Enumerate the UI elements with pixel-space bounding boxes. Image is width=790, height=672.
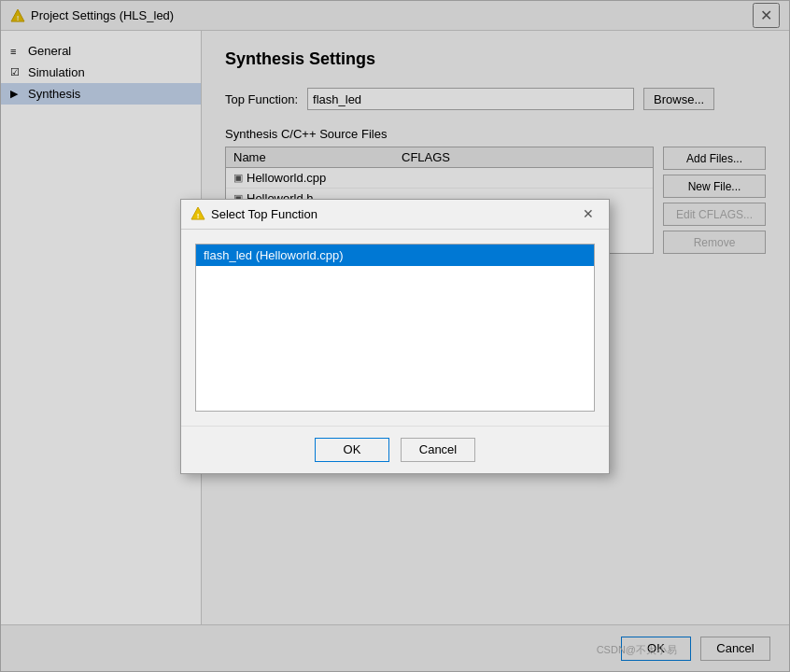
dialog-list[interactable]: flash_led (Helloworld.cpp) [195, 244, 595, 412]
dialog-cancel-button[interactable]: Cancel [401, 438, 475, 462]
dialog-content: flash_led (Helloworld.cpp) [181, 230, 609, 426]
main-window: ! Project Settings (HLS_led) ✕ ≡ General… [0, 0, 790, 672]
svg-text:!: ! [197, 212, 200, 220]
select-top-function-dialog: ! Select Top Function ✕ flash_led (Hello… [180, 199, 610, 474]
dialog-title-left: ! Select Top Function [190, 206, 317, 221]
dialog-ok-button[interactable]: OK [315, 438, 389, 462]
dialog-bottom: OK Cancel [181, 426, 609, 473]
dialog-close-button[interactable]: ✕ [577, 204, 600, 223]
list-item[interactable]: flash_led (Helloworld.cpp) [196, 245, 594, 266]
dialog-app-icon: ! [190, 206, 205, 221]
modal-overlay: ! Select Top Function ✕ flash_led (Hello… [1, 1, 789, 671]
dialog-title-bar: ! Select Top Function ✕ [181, 200, 609, 230]
dialog-title-text: Select Top Function [211, 207, 317, 221]
